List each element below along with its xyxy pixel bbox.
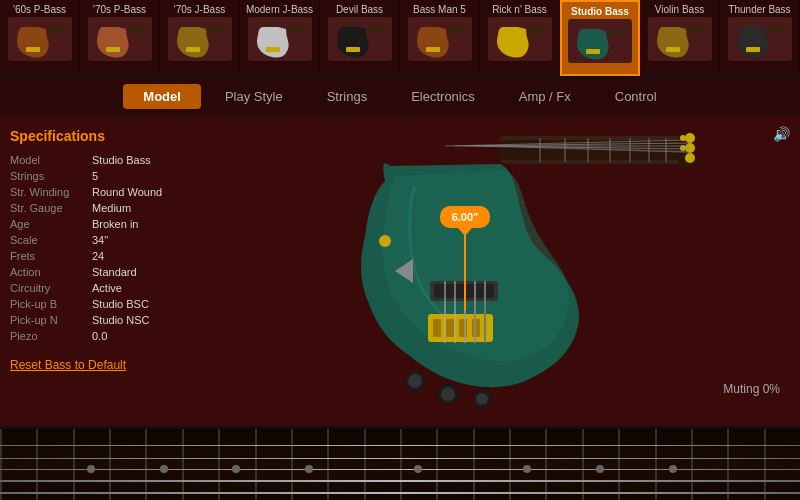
- svg-rect-18: [768, 27, 788, 33]
- guitar-item-studio-bass[interactable]: Studio Bass: [560, 0, 640, 76]
- tab-model[interactable]: Model: [123, 84, 201, 109]
- spec-value: Broken in: [92, 218, 138, 230]
- guitar-item-thunder-bass[interactable]: Thunder Bass: [720, 0, 800, 76]
- guitar-item-label: '60s P-Bass: [13, 4, 66, 15]
- fretboard-string: [0, 469, 800, 471]
- svg-rect-0: [48, 27, 68, 33]
- svg-rect-2: [128, 27, 148, 33]
- nav-tabs: ModelPlay StyleStringsElectronicsAmp / F…: [0, 78, 800, 116]
- spec-row: ActionStandard: [10, 266, 190, 278]
- spec-value: 0.0: [92, 330, 107, 342]
- sound-icon[interactable]: 🔊: [773, 126, 790, 142]
- spec-row: Strings5: [10, 170, 190, 182]
- fret-dot: [160, 465, 168, 473]
- spec-label: Age: [10, 218, 92, 230]
- svg-rect-16: [688, 27, 708, 33]
- left-arrow-button[interactable]: [395, 259, 413, 283]
- guitar-item-label: Studio Bass: [571, 6, 629, 17]
- svg-rect-40: [472, 319, 480, 337]
- svg-point-58: [476, 393, 488, 405]
- guitar-item-label: Rick n' Bass: [492, 4, 547, 15]
- svg-rect-19: [746, 47, 760, 52]
- svg-text:6.00": 6.00": [452, 211, 479, 223]
- fret-dot: [232, 465, 240, 473]
- guitar-selector: '60s P-Bass '70s P-Bass '70s J-Bass Mode…: [0, 0, 800, 78]
- guitar-item-label: Violin Bass: [655, 4, 704, 15]
- guitar-item-70s-p-bass[interactable]: '70s P-Bass: [80, 0, 160, 76]
- guitar-thumbnail: [328, 17, 392, 61]
- spec-rows-container: ModelStudio BassStrings5Str. WindingRoun…: [10, 154, 190, 342]
- spec-value: Studio Bass: [92, 154, 151, 166]
- spec-row: Str. GaugeMedium: [10, 202, 190, 214]
- guitar-thumbnail: [248, 17, 312, 61]
- svg-point-33: [685, 153, 695, 163]
- guitar-item-70s-j-bass[interactable]: '70s J-Bass: [160, 0, 240, 76]
- guitar-item-violin-bass[interactable]: Violin Bass: [640, 0, 720, 76]
- tab-play-style[interactable]: Play Style: [205, 84, 303, 109]
- specs-title: Specifications: [10, 128, 190, 144]
- fret-dot: [305, 465, 313, 473]
- guitar-item-label: '70s J-Bass: [174, 4, 225, 15]
- guitar-item-label: Modern J-Bass: [246, 4, 313, 15]
- svg-rect-39: [459, 319, 467, 337]
- spec-label: Action: [10, 266, 92, 278]
- svg-rect-5: [186, 47, 200, 52]
- spec-value: Studio BSC: [92, 298, 149, 310]
- spec-value: 24: [92, 250, 104, 262]
- fret-dot: [87, 465, 95, 473]
- guitar-item-label: '70s P-Bass: [93, 4, 146, 15]
- guitar-item-rick-n-bass[interactable]: Rick n' Bass: [480, 0, 560, 76]
- fret-dot: [523, 465, 531, 473]
- spec-value: 5: [92, 170, 98, 182]
- spec-value: Standard: [92, 266, 137, 278]
- svg-rect-8: [368, 27, 388, 33]
- svg-rect-11: [426, 47, 440, 52]
- svg-rect-38: [446, 319, 454, 337]
- spec-value: Studio NSC: [92, 314, 149, 326]
- fretboard-string: [0, 445, 800, 446]
- guitar-thumbnail: [648, 17, 712, 61]
- tab-control[interactable]: Control: [595, 84, 677, 109]
- spec-row: Frets24: [10, 250, 190, 262]
- tab-strings[interactable]: Strings: [307, 84, 387, 109]
- guitar-item-bass-man-5[interactable]: Bass Man 5: [400, 0, 480, 76]
- fret-dot: [414, 465, 422, 473]
- guitar-thumbnail: [568, 19, 632, 63]
- spec-value: Round Wound: [92, 186, 162, 198]
- spec-value: Medium: [92, 202, 131, 214]
- fretboard-string: [0, 458, 800, 459]
- spec-label: Str. Winding: [10, 186, 92, 198]
- main-content: Specifications ModelStudio BassStrings5S…: [0, 116, 800, 426]
- svg-rect-13: [506, 47, 520, 52]
- guitar-item-modern-j-bass[interactable]: Modern J-Bass: [240, 0, 320, 76]
- svg-rect-4: [208, 27, 228, 33]
- guitar-thumbnail: [488, 17, 552, 61]
- spec-label: Pick-up N: [10, 314, 92, 326]
- spec-row: ModelStudio Bass: [10, 154, 190, 166]
- spec-label: Scale: [10, 234, 92, 246]
- guitar-item-devil-bass[interactable]: Devil Bass: [320, 0, 400, 76]
- muting-label: Muting 0%: [723, 382, 780, 396]
- spec-row: Str. WindingRound Wound: [10, 186, 190, 198]
- spec-label: Frets: [10, 250, 92, 262]
- specs-panel: Specifications ModelStudio BassStrings5S…: [0, 116, 200, 426]
- guitar-thumbnail: [8, 17, 72, 61]
- spec-row: Pick-up BStudio BSC: [10, 298, 190, 310]
- tab-electronics[interactable]: Electronics: [391, 84, 495, 109]
- reset-bass-button[interactable]: Reset Bass to Default: [10, 358, 190, 372]
- svg-rect-14: [608, 29, 628, 35]
- spec-label: Str. Gauge: [10, 202, 92, 214]
- svg-rect-10: [448, 27, 468, 33]
- svg-rect-15: [586, 49, 600, 54]
- spec-label: Pick-up B: [10, 298, 92, 310]
- spec-label: Strings: [10, 170, 92, 182]
- spec-row: CircuitryActive: [10, 282, 190, 294]
- svg-point-59: [379, 235, 391, 247]
- svg-rect-6: [288, 27, 308, 33]
- fretboard: [0, 426, 800, 500]
- guitar-item-60s-p-bass[interactable]: '60s P-Bass: [0, 0, 80, 76]
- svg-rect-1: [26, 47, 40, 52]
- svg-rect-7: [266, 47, 280, 52]
- svg-point-31: [685, 133, 695, 143]
- tab-amp-fx[interactable]: Amp / Fx: [499, 84, 591, 109]
